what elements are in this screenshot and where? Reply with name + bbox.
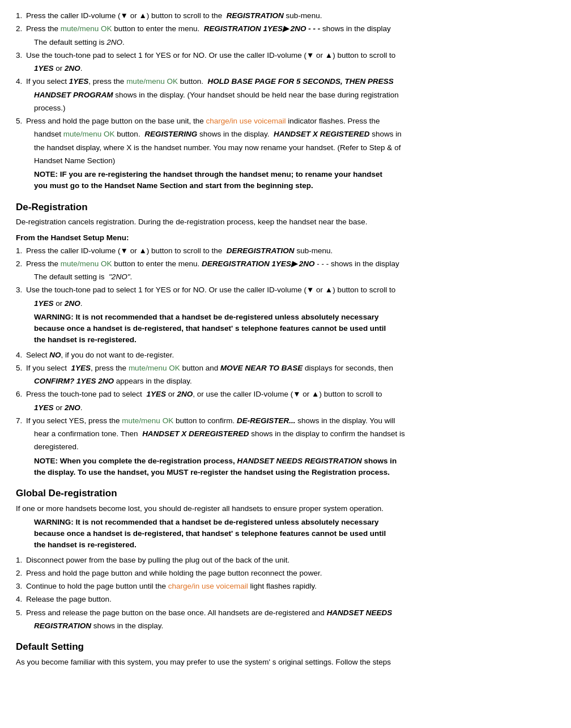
step-1: 1. Press the caller ID-volume (▼ or ▲) b… (16, 10, 555, 22)
step-num: 2. (16, 258, 26, 270)
step-5-indent-3: Handset Name Section) (34, 155, 555, 167)
step-num: 4. (16, 350, 26, 361)
step-5: 5. Press and hold the page button on the… (16, 116, 555, 127)
step-content: Press the caller ID-volume (▼ or ▲) butt… (26, 10, 555, 22)
step-num: 5. (16, 116, 26, 127)
step-content: Press and hold the page button and while… (26, 568, 555, 579)
global-deregistration-section: Global De-registration If one or more ha… (16, 486, 555, 632)
step-5-note: NOTE: IF you are re-registering the hand… (34, 169, 555, 192)
step-4-indent-1: HANDSET PROGRAM shows in the display. (Y… (34, 90, 555, 101)
registration-section: 1. Press the caller ID-volume (▼ or ▲) b… (16, 10, 555, 192)
step-content: Select NO, if you do not want to de-regi… (26, 350, 555, 361)
global-step-5-indent: REGISTRATION shows in the display. (34, 620, 555, 632)
step-content: If you select 1YES, press the mute/menu … (26, 76, 555, 87)
dereg-step-5-indent: CONFIRM? 1YES 2NO appears in the display… (34, 376, 555, 387)
dereg-step-5: 5. If you select 1YES, press the mute/me… (16, 363, 555, 374)
handset-setup-subheading: From the Handset Setup Menu: (16, 232, 555, 244)
step-3: 3. Use the touch-tone pad to select 1 fo… (16, 50, 555, 61)
step-content: Press the touch-tone pad to select 1YES … (26, 389, 555, 400)
step-content: Continue to hold the page button until t… (26, 581, 555, 592)
global-step-1: 1. Disconnect power from the base by pul… (16, 555, 555, 566)
step-4-indent-2: process.) (34, 103, 555, 114)
step-content: If you select 1YES, press the mute/menu … (26, 363, 555, 374)
step-num: 3. (16, 50, 26, 61)
step-5-indent-2: the handset display, where X is the hand… (34, 142, 555, 154)
global-dereg-heading: Global De-registration (16, 486, 555, 501)
dereg-step-6: 6. Press the touch-tone pad to select 1Y… (16, 389, 555, 400)
dereg-note: NOTE: When you complete the de-registrat… (34, 455, 555, 479)
dereg-step-1: 1. Press the caller ID-volume (▼ or ▲) b… (16, 245, 555, 257)
step-num: 3. (16, 581, 26, 592)
step-num: 6. (16, 389, 26, 400)
step-content: Press the mute/menu OK button to enter t… (26, 258, 555, 270)
default-setting-section: Default Setting As you become familiar w… (16, 640, 555, 668)
step-content: Press the caller ID-volume (▼ or ▲) butt… (26, 245, 555, 257)
step-content: If you select YES, press the mute/menu O… (26, 415, 555, 427)
dereg-step-3: 3. Use the touch-tone pad to select 1 fo… (16, 284, 555, 296)
step-5-indent-1: handset mute/menu OK button. REGISTERING… (34, 129, 555, 140)
dereg-step-7-indent-1: hear a confirmation tone. Then HANDSET X… (34, 428, 555, 440)
global-step-4: 4. Release the page button. (16, 594, 555, 605)
step-content: Disconnect power from the base by pullin… (26, 555, 555, 566)
step-4: 4. If you select 1YES, press the mute/me… (16, 76, 555, 87)
step-content: Use the touch-tone pad to select 1 for Y… (26, 50, 555, 61)
step-content: Use the touch-tone pad to select 1 for Y… (26, 284, 555, 296)
de-registration-section: De-Registration De-registration cancels … (16, 200, 555, 479)
dereg-warning-1: WARNING: It is not recommended that a ha… (34, 312, 555, 346)
dereg-step-4: 4. Select NO, if you do not want to de-r… (16, 350, 555, 361)
dereg-step-3-indent: 1YES or 2NO. (34, 298, 555, 309)
dereg-step-2: 2. Press the mute/menu OK button to ente… (16, 258, 555, 270)
de-registration-intro: De-registration cancels registration. Du… (16, 216, 555, 228)
global-step-2: 2. Press and hold the page button and wh… (16, 568, 555, 579)
step-num: 2. (16, 568, 26, 579)
step-num: 1. (16, 10, 26, 22)
step-content: Press and release the page button on the… (26, 607, 555, 619)
step-2: 2. Press the mute/menu OK button to ente… (16, 23, 555, 35)
step-num: 4. (16, 594, 26, 605)
step-num: 3. (16, 284, 26, 296)
step-content: Release the page button. (26, 594, 555, 605)
dereg-step-6-indent: 1YES or 2NO. (34, 402, 555, 414)
dereg-step-7: 7. If you select YES, press the mute/men… (16, 415, 555, 427)
step-2-indent: The default setting is 2NO. (34, 37, 555, 48)
step-num: 7. (16, 415, 26, 427)
page-content: 1. Press the caller ID-volume (▼ or ▲) b… (16, 10, 555, 668)
step-content: Press and hold the page button on the ba… (26, 116, 555, 127)
step-num: 5. (16, 607, 26, 619)
default-setting-intro: As you become familiar with this system,… (16, 657, 555, 668)
step-num: 4. (16, 76, 26, 87)
default-setting-heading: Default Setting (16, 640, 555, 654)
step-num: 1. (16, 245, 26, 257)
step-3-indent: 1YES or 2NO. (34, 63, 555, 74)
step-num: 1. (16, 555, 26, 566)
global-step-5: 5. Press and release the page button on … (16, 607, 555, 619)
global-dereg-intro: If one or more handsets become lost, you… (16, 503, 555, 514)
step-content: Press the mute/menu OK button to enter t… (26, 23, 555, 35)
de-registration-heading: De-Registration (16, 200, 555, 215)
step-num: 5. (16, 363, 26, 374)
global-dereg-warning: WARNING: It is not recommended that a ha… (34, 517, 555, 551)
dereg-step-2-indent: The default setting is "2NO". (34, 271, 555, 283)
global-step-3: 3. Continue to hold the page button unti… (16, 581, 555, 592)
dereg-step-7-indent-2: deregistered. (34, 441, 555, 453)
step-num: 2. (16, 23, 26, 35)
